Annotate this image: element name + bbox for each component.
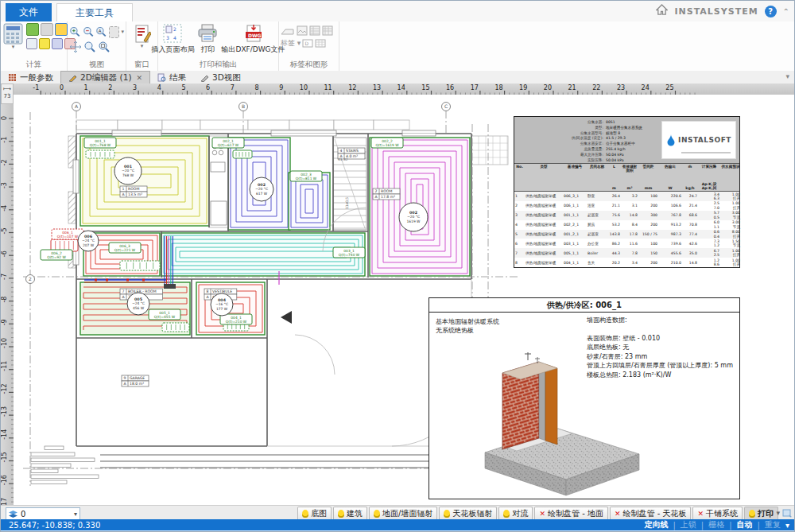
calc-user-icon[interactable] [26, 38, 37, 49]
tab-main-tools[interactable]: 主要工具 [56, 3, 133, 22]
export-dxf-dwg-label: 输出DXF/DWG文件 [221, 45, 285, 55]
svg-text:~16 °C: ~16 °C [215, 302, 228, 306]
svg-text:Q(t)=455 W: Q(t)=455 W [154, 315, 176, 319]
layer-tab-打印[interactable]: 打印 [744, 507, 778, 519]
room-room-1[interactable] [80, 136, 209, 226]
help-icon[interactable]: ? [765, 6, 777, 17]
zoom-window-icon[interactable] [109, 26, 120, 38]
svg-text:~20 °C: ~20 °C [255, 187, 268, 191]
loop-label-002_3[interactable]: 002_3Q(t)=811 W [290, 171, 322, 181]
status-toggle-自动[interactable]: 自动 [737, 519, 753, 530]
zoom-in-icon[interactable] [69, 25, 81, 38]
doc-tab-2[interactable]: 2D编辑器 (1)✕ [60, 71, 150, 83]
calc-battery-icon[interactable] [39, 38, 50, 49]
layer-tab-绘制盘管 - 天花板[interactable]: ✕绘制盘管 - 天花板 [610, 507, 692, 519]
svg-text:617 W: 617 W [256, 192, 268, 196]
svg-text:20: 20 [544, 84, 552, 91]
svg-text:1: 1 [122, 187, 125, 191]
loop-label-001_1[interactable]: 001_1Q(t)=768 W [84, 138, 116, 148]
manifold-table-panel[interactable]: 分集水器:0051类型:地采暖用分集水器系统分集水器型号:标准型 8供/回水温度… [514, 116, 740, 268]
doctabs-overflow-icon[interactable]: ▾ [785, 72, 789, 80]
ribbon-group-calc: ▾ 计算 [1, 21, 68, 71]
svg-text:-1: -1 [1, 137, 8, 143]
zoom-page-icon[interactable] [98, 41, 111, 53]
insert-page-layout-button[interactable]: 234 插入页面布局 [150, 23, 195, 60]
layer-tab-地面/墙面辐射[interactable]: 地面/墙面辐射 [369, 507, 437, 519]
zoom-selection-icon[interactable] [83, 41, 96, 53]
drawing-canvas[interactable]: 001_1Q(t)=768 W002_1Q(t)=617 W002_2Q(t)=… [14, 95, 795, 505]
group-label-view: 视图 [68, 60, 126, 70]
zone-circle-001[interactable]: 001~20 °C768 W [114, 157, 142, 184]
panel-toggle-icon[interactable] [782, 508, 793, 518]
svg-text:8: 8 [255, 84, 259, 91]
loop-label-002_1[interactable]: 002_1Q(t)=617 W [212, 138, 244, 148]
layer-tab-对流[interactable]: 对流 [498, 507, 533, 519]
status-toggle-定向线[interactable]: 定向线 [644, 519, 668, 530]
layer-tab-底图[interactable]: 底图 [297, 507, 332, 519]
zoom-dropdown-arrow[interactable]: ▾ [121, 29, 124, 34]
layer-tab-天花板辐射[interactable]: 天花板辐射 [439, 507, 497, 519]
svg-text:-6: -6 [1, 250, 8, 257]
zone-circle-002[interactable]: 002~20 °C617 W [250, 177, 273, 201]
status-toggle-上锁[interactable]: 上锁 [681, 519, 696, 530]
print-button[interactable]: 打印 [196, 23, 219, 60]
table-row[interactable]: 6供热/地面辐射采暖003_1_1办公室86.211.6100739.642.6… [514, 239, 739, 248]
svg-text:A: A [99, 29, 102, 33]
loop-label-002_2[interactable]: 002_2Q(t)=1619 W [371, 138, 403, 148]
doc-tab-4[interactable]: 3D视图 [193, 72, 248, 83]
visible-layer-icon [503, 510, 510, 518]
zone-info-panel[interactable]: 供热/供冷区: 006_1 基本地面辐射供暖系统无系统绝热板 墙面构造数据: 表… [429, 297, 740, 499]
layer-tab-干铺系统[interactable]: ✕干铺系统 [692, 507, 743, 519]
zoom-all-icon[interactable]: A [95, 25, 107, 38]
svg-text:-10: -10 [1, 338, 8, 348]
svg-text:4: 4 [157, 84, 161, 91]
print-label: 打印 [200, 45, 215, 55]
calc-dropdown-arrow[interactable]: ▾ [12, 45, 15, 49]
zoom-out-icon[interactable] [83, 25, 95, 38]
manifold-symbol[interactable] [86, 150, 114, 158]
status-toggle-重复[interactable]: 重复 [765, 519, 781, 530]
status-toggle-栅格[interactable]: 栅格 [708, 519, 724, 530]
zone-circle-006[interactable]: 006~24 °C207 W [78, 231, 99, 251]
table-row[interactable]: 5供热/地面辐射采暖001_2_1起居室143.817.8150 / 75987… [514, 230, 739, 239]
table-row[interactable]: 3供热/地面辐射采暖001_1_1起居室75.614.8300767.868.6… [514, 211, 739, 220]
manifold-symbol[interactable] [162, 323, 189, 332]
pan-icon[interactable] [69, 41, 82, 53]
room-tag-2[interactable]: 2ROOMA17.8 m² [373, 188, 400, 200]
close-tab-icon[interactable]: ✕ [136, 74, 142, 82]
calc-cooling-icon[interactable] [55, 23, 68, 36]
status-caret-icon[interactable]: ▾ [785, 521, 789, 530]
tab-file[interactable]: 文件 [6, 3, 52, 21]
room-tag-9[interactable]: 9GARAGEA18.0 m² [122, 375, 149, 386]
loop-label-003_1[interactable]: 003_1Q(t)=740 W [333, 247, 365, 258]
table-row[interactable]: 4供热/地面辐射采暖002_2_1厨房53.28.4200913.270.86.… [514, 220, 739, 230]
zone-circle-005[interactable]: 005~24 °C456 W [127, 293, 149, 315]
layer-tabs-caret-icon[interactable]: ▾ [776, 509, 780, 517]
layer-tab-绘制盘管 - 地面[interactable]: ✕绘制盘管 - 地面 [534, 507, 608, 519]
label-button[interactable]: 标签 ▾ [281, 38, 301, 49]
loop-label-005_1[interactable]: 005_1Q(t)=455 W [149, 309, 180, 320]
table-row[interactable]: 7供热/地面辐射采暖005_1_1Boiler44.37.8150455.635… [514, 248, 739, 258]
storey-selector[interactable]: 0 ▾ [6, 507, 80, 520]
doc-tab-3[interactable]: 结果 [150, 72, 193, 83]
layer-tab-建筑[interactable]: 建筑 [333, 507, 367, 519]
window-dropdown-arrow[interactable]: ▾ [141, 44, 144, 49]
zone-circle-004[interactable]: 004~16 °C177 W [211, 293, 233, 316]
zone-circle-002[interactable]: 002~20 °C1619 W [399, 203, 428, 231]
export-dxf-dwg-button[interactable]: DWG 输出DXF/DWG文件 [220, 23, 285, 60]
manifold-symbol[interactable] [233, 150, 252, 158]
calc-options-icon[interactable] [26, 23, 39, 36]
loop-label-006_2[interactable]: 006_2Q(t)=92 W [41, 250, 72, 260]
table-row[interactable]: 2供热/地面辐射采暖006_1_1浴室21.13.1200106.621.42.… [514, 201, 739, 211]
ribbon-collapse-icon[interactable]: ⌃ [783, 7, 789, 16]
table-row[interactable]: 8供热/地面辐射采暖004_1_1玄关20.23.4200210.014.81.… [514, 258, 739, 267]
calculate-button[interactable]: ▾ [2, 23, 24, 49]
manifold-symbol[interactable] [120, 261, 160, 270]
doc-tab-1[interactable]: 一般参数 [1, 72, 60, 83]
calc-grid-icon[interactable] [52, 38, 63, 49]
loop-label-004_1[interactable]: 004_1Q(t)=210 W [220, 314, 252, 324]
room-tag-1[interactable]: 1ROOMA13.5 m² [120, 186, 147, 197]
loop-label-006_3[interactable]: 006_3Q(t)=221 W [109, 243, 141, 253]
ribbon-tab-bar: 文件 主要工具 INSTALSYSTEM ? ⌃ [1, 1, 795, 21]
table-row[interactable]: 1供热/地面辐射采暖006_3_1卧室26.43.2100220.624.73.… [514, 192, 739, 201]
